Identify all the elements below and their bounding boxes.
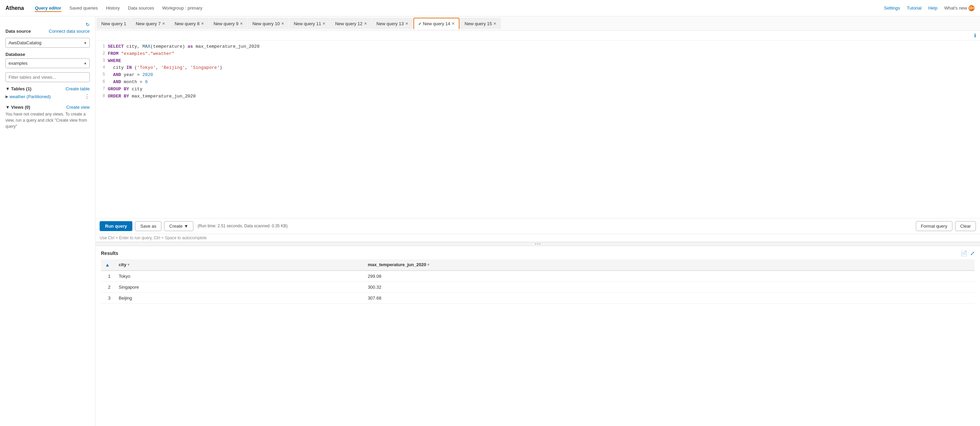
create-view-link[interactable]: Create view (66, 105, 90, 110)
format-query-button[interactable]: Format query (916, 221, 952, 231)
resize-divider[interactable]: • • • (95, 242, 980, 246)
line-num: 3 (98, 58, 105, 65)
table-more-icon[interactable]: ⋮ (84, 93, 90, 100)
database-label: Database (5, 52, 90, 57)
tab-label: New query 13 (377, 21, 404, 26)
create-label: Create (169, 223, 183, 229)
results-table: ▲ city ▿ max_temperature_jun_2020 (101, 259, 975, 304)
line-num: 5 (98, 71, 105, 79)
line-code[interactable]: GROUP BY city (108, 86, 142, 93)
code-editor: 1 SELECT city, MAX(temperature) as max_t… (95, 43, 980, 100)
tab-new-query-15[interactable]: New query 15 ✕ (460, 18, 501, 29)
nav-settings[interactable]: Settings (884, 4, 900, 12)
tab-label: New query 14 (423, 21, 450, 26)
tab-new-query-12[interactable]: New query 12 ✕ (331, 18, 371, 29)
code-line-3: 3 WHERE (95, 58, 980, 65)
expand-icon[interactable]: ⤢ (970, 250, 975, 257)
nav-history[interactable]: History (106, 4, 120, 12)
row-num-2: 2 (101, 282, 115, 292)
line-code[interactable]: ORDER BY max_temperature_jun_2020 (108, 93, 196, 100)
save-as-button[interactable]: Save as (135, 221, 161, 231)
info-icon[interactable]: ℹ (974, 33, 976, 38)
tab-close-icon[interactable]: ✕ (322, 21, 325, 26)
filter-input[interactable] (5, 72, 90, 82)
line-num: 1 (98, 43, 105, 51)
datasource-select[interactable]: AwsDataCatalog (5, 38, 90, 48)
sort-up-icon[interactable]: ▲ (105, 262, 110, 268)
table-expand-icon[interactable]: ▶ (5, 94, 8, 99)
tab-label: New query 11 (294, 21, 321, 26)
code-line-1: 1 SELECT city, MAX(temperature) as max_t… (95, 43, 980, 51)
tab-new-query-10[interactable]: New query 10 ✕ (248, 18, 289, 29)
city-tokyo: Tokyo (115, 271, 364, 282)
top-nav: Athena Query editor Saved queries Histor… (0, 0, 980, 16)
line-code[interactable]: SELECT city, MAX(temperature) as max_tem… (108, 43, 259, 51)
line-code[interactable]: FROM "examples"."weather" (108, 51, 174, 58)
tab-new-query-8[interactable]: New query 8 ✕ (170, 18, 208, 29)
nav-help[interactable]: Help (928, 4, 937, 12)
tab-close-icon[interactable]: ✕ (405, 21, 408, 26)
create-button[interactable]: Create ▼ (164, 221, 193, 231)
tables-title[interactable]: ▼ Tables (1) (5, 86, 31, 91)
th-max-temp-label: max_temperature_jun_2020 (368, 262, 426, 267)
whats-new-label: What's new (944, 5, 967, 11)
tab-success-icon: ✔ (418, 21, 422, 26)
tab-new-query-14[interactable]: ✔ New query 14 ✕ (414, 18, 460, 29)
line-code[interactable]: AND month = 6 (108, 79, 148, 86)
create-table-link[interactable]: Create table (65, 86, 90, 91)
code-line-7: 7 GROUP BY city (95, 86, 980, 93)
tables-section-header: ▼ Tables (1) Create table (5, 86, 90, 91)
tab-label: New query 7 (136, 21, 161, 26)
tab-close-icon[interactable]: ✕ (162, 21, 165, 26)
datasource-select-wrapper: AwsDataCatalog ▼ (5, 38, 90, 48)
tab-close-icon[interactable]: ✕ (493, 21, 496, 26)
tab-new-query-9[interactable]: New query 9 ✕ (209, 18, 247, 29)
line-code[interactable]: city IN ('Tokyo', 'Beijing', 'Singapore'… (108, 64, 223, 71)
clear-button[interactable]: Clear (955, 221, 976, 231)
tab-close-icon[interactable]: ✕ (201, 21, 204, 26)
th-city[interactable]: city ▿ (115, 259, 364, 271)
table-row: 1 Tokyo 299.08 (101, 271, 975, 282)
nav-workgroup[interactable]: Workgroup : primary (162, 4, 203, 12)
connect-datasource-link[interactable]: Connect data source (49, 29, 90, 34)
database-select[interactable]: examples (5, 58, 90, 68)
database-select-wrapper: examples ▼ (5, 58, 90, 68)
views-section: ▼ Views (0) Create view You have not cre… (5, 105, 90, 130)
refresh-icon[interactable]: ↻ (86, 22, 90, 27)
download-icon[interactable]: 📄 (961, 250, 967, 257)
nav-tutorial[interactable]: Tutorial (907, 4, 922, 12)
run-info: (Run time: 2.51 seconds, Data scanned: 0… (197, 223, 288, 228)
line-code[interactable]: WHERE (108, 58, 121, 65)
city-beijing: Beijing (115, 292, 364, 303)
tab-new-query-7[interactable]: New query 7 ✕ (131, 18, 170, 29)
run-query-button[interactable]: Run query (100, 221, 132, 231)
table-name-weather[interactable]: weather (Partitioned) (10, 94, 51, 99)
tab-new-query-13[interactable]: New query 13 ✕ (372, 18, 413, 29)
city-sort-icon: ▿ (127, 263, 129, 266)
table-row: 3 Beijing 307.68 (101, 292, 975, 303)
row-num-1: 1 (101, 271, 115, 282)
nav-saved-queries[interactable]: Saved queries (70, 4, 98, 12)
tab-close-icon[interactable]: ✕ (364, 21, 367, 26)
nav-query-editor[interactable]: Query editor (35, 4, 61, 12)
tab-label: New query 8 (175, 21, 200, 26)
code-editor-area[interactable]: 1 SELECT city, MAX(temperature) as max_t… (95, 41, 980, 219)
shortcut-hint: Use Ctrl + Enter to run query, Ctrl + Sp… (95, 234, 980, 242)
nav-data-sources[interactable]: Data sources (128, 4, 154, 12)
views-title[interactable]: ▼ Views (0) (5, 105, 30, 110)
tab-new-query-11[interactable]: New query 11 ✕ (289, 18, 330, 29)
tab-close-icon[interactable]: ✕ (452, 21, 455, 26)
line-code[interactable]: AND year = 2020 (108, 71, 153, 79)
nav-whats-new[interactable]: What's new 10+ (944, 5, 975, 11)
tab-new-query-1[interactable]: New query 1 (97, 18, 130, 29)
tab-close-icon[interactable]: ✕ (240, 21, 243, 26)
results-title: Results (101, 250, 118, 256)
create-chevron-icon: ▼ (184, 223, 188, 229)
results-actions: 📄 ⤢ (961, 250, 975, 257)
tab-label: New query 15 (465, 21, 492, 26)
line-num: 6 (98, 79, 105, 86)
th-max-temp[interactable]: max_temperature_jun_2020 ▿ (364, 259, 975, 271)
tab-close-icon[interactable]: ✕ (281, 21, 284, 26)
tab-label: New query 10 (253, 21, 280, 26)
city-singapore: Singapore (115, 282, 364, 292)
